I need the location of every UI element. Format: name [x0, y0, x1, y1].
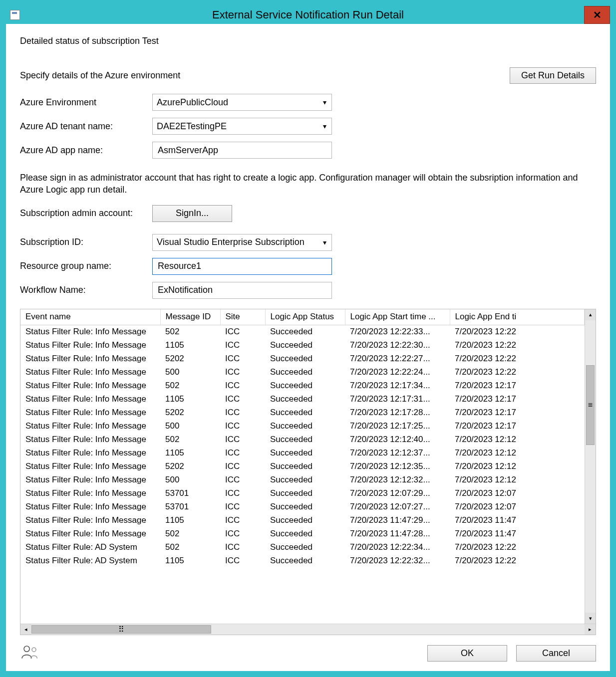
cell: 7/20/2023 12:17 [450, 379, 585, 393]
table-row[interactable]: Status Filter Rule: Info Message502ICCSu… [20, 527, 585, 541]
vscroll-thumb[interactable]: ≡ [586, 365, 595, 445]
app-name-input[interactable] [157, 145, 327, 156]
table-row[interactable]: Status Filter Rule: Info Message53701ICC… [20, 500, 585, 514]
vertical-scrollbar[interactable]: ▴ ≡ ▾ [585, 309, 596, 624]
column-header[interactable]: Logic App Start time ... [345, 309, 450, 325]
cell: ICC [220, 366, 265, 379]
cell: 5202 [160, 460, 220, 473]
client-area: Detailed status of subscription Test Spe… [6, 24, 610, 671]
azure-env-combo[interactable]: AzurePublicCloud ▾ [152, 94, 332, 111]
cell: 7/20/2023 12:17:28... [345, 406, 450, 420]
resource-group-label: Resource group name: [20, 261, 152, 271]
table-row[interactable]: Status Filter Rule: Info Message5202ICCS… [20, 460, 585, 473]
table-row[interactable]: Status Filter Rule: Info Message1105ICCS… [20, 514, 585, 527]
cell: 7/20/2023 12:17 [450, 420, 585, 433]
cell: 7/20/2023 12:22 [450, 541, 585, 554]
cell: Status Filter Rule: Info Message [20, 393, 160, 406]
ok-button[interactable]: OK [427, 645, 507, 662]
resource-group-field[interactable] [152, 258, 332, 275]
tenant-value: DAE2ETestingPE [157, 121, 227, 132]
hscroll-track[interactable]: ⠿ [31, 624, 585, 635]
cell: 5202 [160, 352, 220, 366]
cell: ICC [220, 393, 265, 406]
cell: Succeeded [265, 554, 345, 568]
workflow-input[interactable] [157, 284, 327, 296]
cell: 502 [160, 541, 220, 554]
resource-group-input[interactable] [157, 260, 327, 272]
get-run-details-button[interactable]: Get Run Details [510, 67, 596, 84]
azure-env-label: Azure Environment [20, 97, 152, 108]
table-row[interactable]: Status Filter Rule: AD System1105ICCSucc… [20, 554, 585, 568]
cell: Succeeded [265, 406, 345, 420]
grid[interactable]: Event nameMessage IDSiteLogic App Status… [20, 309, 585, 568]
cell: Succeeded [265, 352, 345, 366]
table-row[interactable]: Status Filter Rule: Info Message500ICCSu… [20, 366, 585, 379]
cell: 7/20/2023 12:22 [450, 352, 585, 366]
cell: 7/20/2023 12:12:35... [345, 460, 450, 473]
scroll-down-arrow-icon[interactable]: ▾ [585, 613, 596, 624]
cell: Status Filter Rule: Info Message [20, 447, 160, 460]
table-row[interactable]: Status Filter Rule: Info Message500ICCSu… [20, 420, 585, 433]
table-row[interactable]: Status Filter Rule: Info Message502ICCSu… [20, 433, 585, 447]
scroll-right-arrow-icon[interactable]: ▸ [585, 624, 596, 635]
column-header[interactable]: Event name [20, 309, 160, 325]
cell: Succeeded [265, 366, 345, 379]
signin-button[interactable]: SignIn... [152, 205, 232, 222]
cell: 1105 [160, 393, 220, 406]
table-row[interactable]: Status Filter Rule: Info Message502ICCSu… [20, 325, 585, 339]
table-row[interactable]: Status Filter Rule: Info Message5202ICCS… [20, 352, 585, 366]
cell: 7/20/2023 12:22 [450, 325, 585, 339]
cell: ICC [220, 447, 265, 460]
subtitle-text: Detailed status of subscription Test [20, 36, 596, 46]
subscription-id-value: Visual Studio Enterprise Subscription [157, 237, 305, 247]
cell: 7/20/2023 12:17:31... [345, 393, 450, 406]
svg-point-0 [24, 646, 29, 652]
column-header[interactable]: Message ID [160, 309, 220, 325]
cell: Succeeded [265, 514, 345, 527]
table-row[interactable]: Status Filter Rule: Info Message1105ICCS… [20, 393, 585, 406]
workflow-field[interactable] [152, 282, 332, 299]
scroll-up-arrow-icon[interactable]: ▴ [585, 309, 596, 320]
cell: Status Filter Rule: Info Message [20, 500, 160, 514]
cell: Succeeded [265, 420, 345, 433]
cell: Status Filter Rule: Info Message [20, 460, 160, 473]
cell: Succeeded [265, 447, 345, 460]
app-name-field[interactable] [152, 142, 332, 159]
dialog-window: External Service Notification Run Detail… [0, 0, 616, 677]
user-icon [20, 644, 40, 662]
cell: Succeeded [265, 433, 345, 447]
cell: Status Filter Rule: Info Message [20, 420, 160, 433]
cell: 7/20/2023 12:22:33... [345, 325, 450, 339]
column-header[interactable]: Site [220, 309, 265, 325]
tenant-combo[interactable]: DAE2ETestingPE ▾ [152, 118, 332, 135]
close-button[interactable]: ✕ [584, 6, 610, 24]
cell: 7/20/2023 11:47:29... [345, 514, 450, 527]
table-row[interactable]: Status Filter Rule: Info Message5202ICCS… [20, 406, 585, 420]
table-row[interactable]: Status Filter Rule: Info Message1105ICCS… [20, 339, 585, 352]
cell: 502 [160, 325, 220, 339]
vscroll-track[interactable]: ≡ [585, 320, 596, 613]
cell: Succeeded [265, 500, 345, 514]
cell: 7/20/2023 12:22:32... [345, 554, 450, 568]
scroll-left-arrow-icon[interactable]: ◂ [20, 624, 31, 635]
cell: 502 [160, 527, 220, 541]
subscription-id-combo[interactable]: Visual Studio Enterprise Subscription ▾ [152, 234, 332, 251]
cancel-button[interactable]: Cancel [516, 645, 596, 662]
column-header[interactable]: Logic App End ti [450, 309, 585, 325]
cell: 7/20/2023 12:22 [450, 366, 585, 379]
table-row[interactable]: Status Filter Rule: Info Message500ICCSu… [20, 473, 585, 487]
cell: Status Filter Rule: Info Message [20, 379, 160, 393]
chevron-down-icon: ▾ [323, 98, 326, 106]
svg-point-1 [32, 648, 36, 652]
table-row[interactable]: Status Filter Rule: Info Message53701ICC… [20, 487, 585, 500]
horizontal-scrollbar[interactable]: ◂ ⠿ ▸ [20, 624, 596, 635]
table-row[interactable]: Status Filter Rule: Info Message502ICCSu… [20, 379, 585, 393]
table-row[interactable]: Status Filter Rule: AD System502ICCSucce… [20, 541, 585, 554]
hscroll-thumb[interactable]: ⠿ [31, 625, 211, 634]
admin-account-label: Subscription admin account: [20, 208, 152, 219]
cell: 7/20/2023 12:22 [450, 554, 585, 568]
titlebar[interactable]: External Service Notification Run Detail… [6, 6, 610, 24]
cell: Status Filter Rule: AD System [20, 554, 160, 568]
table-row[interactable]: Status Filter Rule: Info Message1105ICCS… [20, 447, 585, 460]
column-header[interactable]: Logic App Status [265, 309, 345, 325]
